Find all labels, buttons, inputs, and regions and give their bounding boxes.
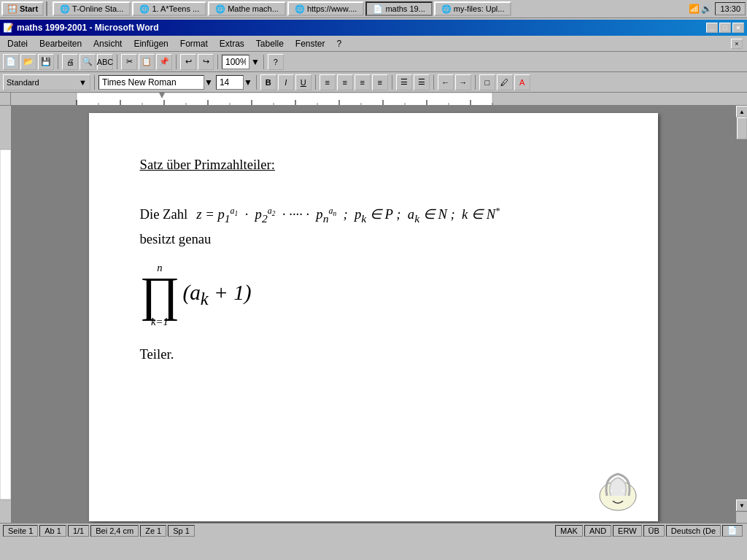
help-button[interactable]: ?	[268, 54, 284, 70]
clippy-assistant	[592, 463, 643, 514]
col-status: Sp 1	[168, 525, 195, 537]
zoom-input[interactable]	[222, 55, 249, 69]
bullets-button[interactable]: ☰	[396, 74, 412, 90]
fraction-status: 1/1	[68, 525, 89, 537]
close-doc-button[interactable]: ×	[731, 39, 743, 49]
besitzt-genau-text: besitzt genau	[140, 231, 607, 247]
standard-toolbar: 📄 📂 💾 🖨 🔍 ABC ✂ 📋 📌 ↩ ↪ ▼ ?	[0, 52, 747, 72]
browser-icon: 🌐	[60, 4, 70, 14]
clock: 13:30	[715, 2, 746, 15]
teiler-text: Teiler.	[140, 346, 607, 362]
lang-status: Deutsch (De	[666, 525, 721, 537]
align-center-button[interactable]: ≡	[337, 74, 353, 90]
browser-icon5: 🌐	[441, 4, 452, 14]
browser-icon4: 🌐	[295, 4, 305, 14]
svg-point-28	[611, 490, 612, 491]
italic-button[interactable]: I	[278, 74, 294, 90]
position-status: Bei 2,4 cm	[90, 525, 139, 537]
taskbar-tab-maths[interactable]: 📄 maths 19...	[365, 1, 432, 16]
title-bar: 📝 maths 1999-2001 - Microsoft Word _ □ ×	[0, 20, 747, 36]
menu-fenster[interactable]: Fenster	[291, 37, 330, 50]
product-formula: n ∏ k=1 (ak + 1)	[140, 262, 252, 328]
left-ruler	[0, 106, 11, 523]
menu-ansicht[interactable]: Ansicht	[89, 37, 126, 50]
spell-button[interactable]: ABC	[97, 54, 113, 70]
browser-icon2: 🌐	[139, 4, 150, 14]
font-color-button[interactable]: A	[514, 74, 530, 90]
align-left-button[interactable]: ≡	[320, 74, 336, 90]
zoom-dropdown-icon[interactable]: ▼	[251, 57, 260, 67]
window-title: maths 1999-2001 - Microsoft Word	[17, 23, 159, 33]
open-button[interactable]: 📂	[20, 54, 36, 70]
row-status: Ze 1	[140, 525, 166, 537]
erw-status: ERW	[613, 525, 641, 537]
menu-tabelle[interactable]: Tabelle	[252, 37, 288, 50]
status-bar: Seite 1 Ab 1 1/1 Bei 2,4 cm Ze 1 Sp 1 MA…	[0, 523, 747, 537]
ruler	[0, 93, 747, 106]
style-dropdown[interactable]: Standard ▼	[3, 74, 90, 90]
new-button[interactable]: 📄	[3, 54, 19, 70]
taskbar-tab-ateens[interactable]: 🌐 1. A*Teens ...	[132, 1, 206, 16]
window-controls: _ □ ×	[706, 23, 744, 33]
prod-expression: (ak + 1)	[182, 281, 251, 309]
scroll-down-button[interactable]: ▼	[736, 499, 747, 511]
menu-datei[interactable]: Datei	[3, 37, 32, 50]
menu-einfuegen[interactable]: Einfügen	[129, 37, 172, 50]
maximize-button[interactable]: □	[719, 23, 731, 33]
align-right-button[interactable]: ≡	[355, 74, 371, 90]
indent-decrease-button[interactable]: ←	[438, 74, 454, 90]
minimize-button[interactable]: _	[706, 23, 718, 33]
numbering-button[interactable]: ☰	[414, 74, 430, 90]
and-status: AND	[584, 525, 611, 537]
border-button[interactable]: □	[479, 74, 495, 90]
taskbar-tab-mathe[interactable]: 🌐 Mathe mach...	[208, 1, 286, 16]
start-button[interactable]: 🪟 Start	[1, 1, 44, 16]
document-title: Satz über Primzahlteiler:	[140, 157, 275, 173]
print-button[interactable]: 🖨	[62, 54, 78, 70]
scroll-up-button[interactable]: ▲	[736, 106, 747, 117]
font-name-input[interactable]	[98, 75, 204, 90]
highlight-button[interactable]: 🖊	[497, 74, 513, 90]
tray-icon1: 📶	[689, 4, 700, 14]
taskbar-tabs: 🌐 T-Online Sta... 🌐 1. A*Teens ... 🌐 Mat…	[50, 1, 686, 16]
browser-icon3: 🌐	[215, 4, 225, 14]
font-size-input[interactable]	[216, 75, 244, 90]
document-page: Satz über Primzahlteiler: Die Zahl z = p…	[89, 113, 658, 521]
svg-rect-1	[77, 93, 492, 106]
taskbar-tab-https[interactable]: 🌐 https://www....	[287, 1, 364, 16]
close-button[interactable]: ×	[732, 23, 744, 33]
taskbar-tab-myfiles[interactable]: 🌐 my-files: Upl...	[434, 1, 512, 16]
die-zahl-text: Die Zahl	[140, 206, 188, 222]
formatting-toolbar: Standard ▼ ▼ ▼ B I U ≡ ≡ ≡ ≡ ☰ ☰ ← → □ 🖊…	[0, 72, 747, 93]
undo-button[interactable]: ↩	[180, 54, 196, 70]
preview-button[interactable]: 🔍	[80, 54, 96, 70]
paste-button[interactable]: 📌	[156, 54, 172, 70]
font-name-dropdown-icon[interactable]: ▼	[204, 77, 213, 88]
document-area: Satz über Primzahlteiler: Die Zahl z = p…	[0, 106, 747, 523]
ub-status: ÜB	[643, 525, 665, 537]
underline-button[interactable]: U	[295, 74, 311, 90]
svg-point-29	[622, 490, 624, 491]
taskbar-tab-tonline[interactable]: 🌐 T-Online Sta...	[53, 1, 131, 16]
scroll-track[interactable]	[736, 117, 747, 499]
scroll-bottom-area	[736, 511, 747, 523]
indent-increase-button[interactable]: →	[455, 74, 471, 90]
menu-extras[interactable]: Extras	[215, 37, 249, 50]
word-app-icon: 📝	[3, 23, 14, 33]
ab-status: Ab 1	[39, 525, 66, 537]
justify-button[interactable]: ≡	[372, 74, 388, 90]
copy-button[interactable]: 📋	[139, 54, 155, 70]
menu-help[interactable]: ?	[333, 37, 347, 50]
windows-icon: 🪟	[7, 4, 18, 14]
font-size-dropdown-icon[interactable]: ▼	[244, 77, 252, 88]
right-scrollbar: ▲ ▼	[735, 106, 747, 523]
prod-lower-limit: k=1	[151, 316, 169, 328]
mak-status: MAK	[555, 525, 583, 537]
menu-bearbeiten[interactable]: Bearbeiten	[35, 37, 86, 50]
save-button[interactable]: 💾	[38, 54, 54, 70]
bold-button[interactable]: B	[260, 74, 276, 90]
menu-format[interactable]: Format	[176, 37, 212, 50]
cut-button[interactable]: ✂	[121, 54, 137, 70]
redo-button[interactable]: ↪	[198, 54, 214, 70]
scroll-area[interactable]: Satz über Primzahlteiler: Die Zahl z = p…	[11, 106, 735, 523]
